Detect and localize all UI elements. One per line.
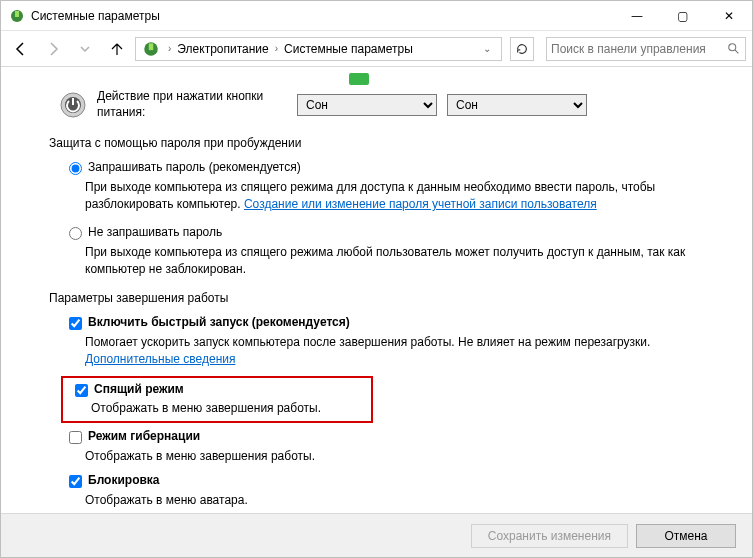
sleep-desc: Отображать в меню завершения работы. <box>91 401 367 415</box>
sleep-label: Спящий режим <box>94 382 184 396</box>
window-title: Системные параметры <box>31 9 614 23</box>
forward-button[interactable] <box>39 35 67 63</box>
lock-checkbox[interactable] <box>69 475 82 488</box>
chevron-right-icon[interactable]: › <box>275 43 278 54</box>
search-icon <box>727 42 741 56</box>
search-input[interactable] <box>551 42 727 56</box>
breadcrumb-item[interactable]: Электропитание <box>177 42 268 56</box>
hibernate-checkbox[interactable] <box>69 431 82 444</box>
power-options-icon <box>142 40 160 58</box>
search-box[interactable] <box>546 37 746 61</box>
svg-rect-1 <box>15 11 19 17</box>
svg-point-4 <box>729 43 736 50</box>
nav-dropdown-button[interactable] <box>71 35 99 63</box>
wake-protection-heading: Защита с помощью пароля при пробуждении <box>49 136 722 150</box>
back-button[interactable] <box>7 35 35 63</box>
power-button-icon <box>59 91 87 119</box>
power-button-action-plugged-select[interactable]: Сон <box>297 94 437 116</box>
sleep-highlight-box: Спящий режим Отображать в меню завершени… <box>61 376 373 423</box>
create-change-password-link[interactable]: Создание или изменение пароля учетной за… <box>244 197 597 211</box>
lock-desc: Отображать в меню аватара. <box>85 492 695 509</box>
shutdown-settings-heading: Параметры завершения работы <box>49 291 722 305</box>
minimize-button[interactable]: — <box>614 1 660 31</box>
content-area: Действие при нажатии кнопки питания: Сон… <box>1 67 752 513</box>
maximize-button[interactable]: ▢ <box>660 1 706 31</box>
svg-rect-3 <box>149 43 154 50</box>
no-password-desc: При выходе компьютера из спящего режима … <box>85 244 695 278</box>
fast-startup-label: Включить быстрый запуск (рекомендуется) <box>88 315 350 329</box>
svg-line-5 <box>735 49 739 53</box>
sleep-checkbox[interactable] <box>75 384 88 397</box>
up-button[interactable] <box>103 35 131 63</box>
cancel-button[interactable]: Отмена <box>636 524 736 548</box>
breadcrumb[interactable]: › Электропитание › Системные параметры ⌄ <box>135 37 502 61</box>
navbar: › Электропитание › Системные параметры ⌄ <box>1 31 752 67</box>
footer: Сохранить изменения Отмена <box>1 513 752 557</box>
titlebar: Системные параметры — ▢ ✕ <box>1 1 752 31</box>
fast-startup-desc: Помогает ускорить запуск компьютера посл… <box>85 334 695 368</box>
hibernate-desc: Отображать в меню завершения работы. <box>85 448 695 465</box>
power-button-action-battery-select[interactable]: Сон <box>447 94 587 116</box>
close-button[interactable]: ✕ <box>706 1 752 31</box>
battery-icon <box>349 73 369 85</box>
save-button: Сохранить изменения <box>471 524 628 548</box>
fast-startup-checkbox[interactable] <box>69 317 82 330</box>
lock-label: Блокировка <box>88 473 160 487</box>
power-options-icon <box>9 8 25 24</box>
no-password-label: Не запрашивать пароль <box>88 225 222 239</box>
power-button-action-label: Действие при нажатии кнопки питания: <box>97 89 297 120</box>
chevron-down-icon[interactable]: ⌄ <box>483 43 491 54</box>
require-password-desc: При выходе компьютера из спящего режима … <box>85 179 695 213</box>
breadcrumb-item[interactable]: Системные параметры <box>284 42 413 56</box>
no-password-radio[interactable] <box>69 227 82 240</box>
require-password-label: Запрашивать пароль (рекомендуется) <box>88 160 301 174</box>
chevron-right-icon[interactable]: › <box>168 43 171 54</box>
hibernate-label: Режим гибернации <box>88 429 200 443</box>
fast-startup-more-link[interactable]: Дополнительные сведения <box>85 352 235 366</box>
require-password-radio[interactable] <box>69 162 82 175</box>
refresh-button[interactable] <box>510 37 534 61</box>
